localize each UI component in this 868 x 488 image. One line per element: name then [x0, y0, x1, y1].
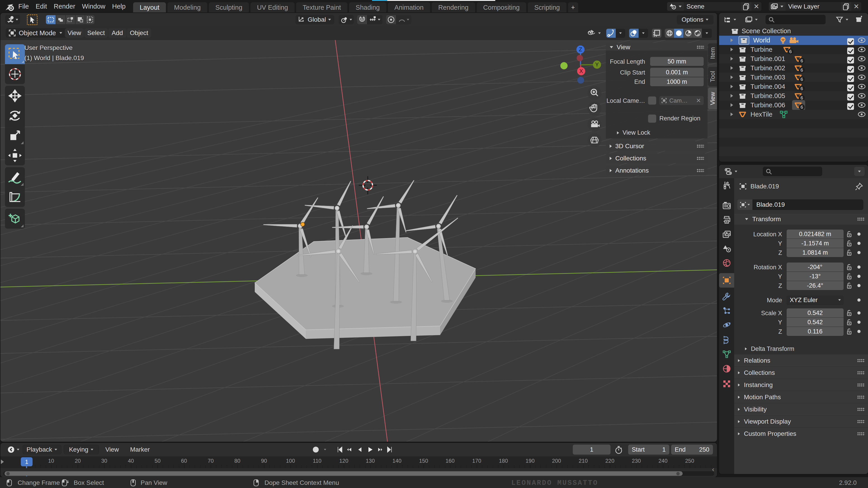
- svg-text:Z: Z: [579, 46, 582, 53]
- svg-text:X: X: [579, 68, 583, 74]
- svg-text:Y: Y: [595, 61, 599, 68]
